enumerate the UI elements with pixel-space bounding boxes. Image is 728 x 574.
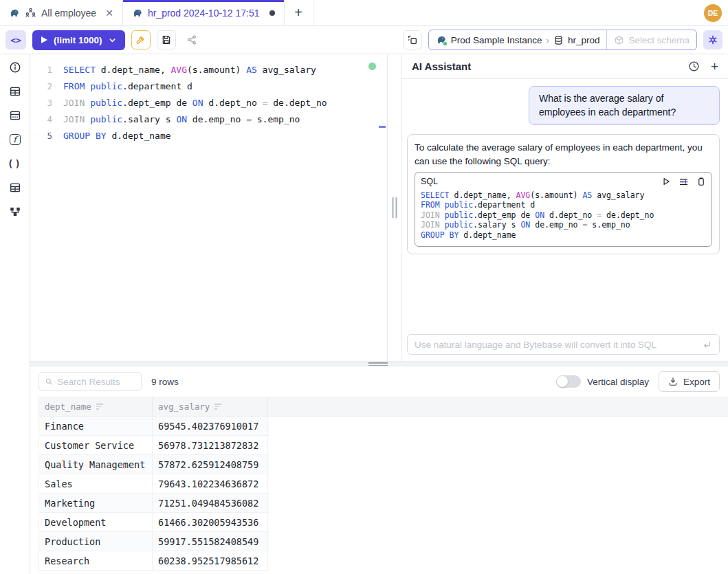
table-cell[interactable]: Customer Service xyxy=(39,436,153,454)
tab-hr-prod[interactable]: hr_prod 2024-10-12 17:51 xyxy=(123,0,285,25)
schema-placeholder: Select schema xyxy=(628,35,690,45)
search-results-box xyxy=(38,372,142,391)
batch-query-button[interactable] xyxy=(403,30,422,49)
ai-sql-block: SQL SELECT d xyxy=(415,172,712,247)
new-tab-button[interactable]: + xyxy=(285,0,313,25)
ai-input-container xyxy=(407,334,720,355)
editor-code-line[interactable]: 5GROUP BY d.dept_name xyxy=(30,128,387,144)
table-row[interactable]: Sales79643.102234636872 xyxy=(38,474,269,494)
results-table-body: Finance69545.402376910017Customer Servic… xyxy=(38,417,728,571)
splitter-handle-icon xyxy=(368,362,388,366)
export-button[interactable]: Export xyxy=(659,371,720,392)
database-icon xyxy=(553,35,564,45)
views-icon[interactable] xyxy=(8,181,22,195)
table-row[interactable]: Quality Management57872.625912408759 xyxy=(38,455,269,474)
results-panel: 9 rows Vertical display Export dept_name… xyxy=(30,366,728,574)
insert-into-editor-icon[interactable] xyxy=(679,177,689,187)
tab-bar: All employee ✕ hr_prod 2024-10-12 17:51 … xyxy=(0,0,728,26)
table-cell[interactable]: Research xyxy=(39,551,153,570)
close-icon[interactable]: ✕ xyxy=(105,8,113,19)
schema-diagram-icon[interactable] xyxy=(8,205,22,219)
run-query-button[interactable]: (limit 1000) xyxy=(32,30,125,50)
chevron-down-icon xyxy=(109,36,116,44)
procedures-icon[interactable]: () xyxy=(8,157,22,170)
table-row[interactable]: Marketing71251.049484536082 xyxy=(38,494,269,513)
download-icon xyxy=(668,377,678,386)
search-results-input[interactable] xyxy=(57,377,135,387)
tables-icon[interactable] xyxy=(8,85,22,98)
table-cell[interactable]: Development xyxy=(39,513,153,531)
table-cell[interactable]: 56978.731213872832 xyxy=(153,436,268,454)
splitter-handle-icon xyxy=(392,197,397,218)
openai-icon xyxy=(707,34,718,45)
line-number: 5 xyxy=(30,128,52,144)
info-icon[interactable] xyxy=(8,60,22,74)
copy-icon[interactable] xyxy=(696,177,706,186)
share-button[interactable] xyxy=(182,30,201,49)
export-label: Export xyxy=(683,377,710,387)
horizontal-splitter[interactable] xyxy=(30,361,728,366)
sort-icon[interactable] xyxy=(214,404,221,410)
vertical-display-toggle[interactable] xyxy=(556,375,581,388)
table-cell[interactable]: 61466.302005943536 xyxy=(153,513,268,531)
table-cell[interactable]: 60238.952517985612 xyxy=(153,551,268,570)
editor-code-line[interactable]: 4JOIN public.salary s ON de.emp_no = s.e… xyxy=(30,111,387,128)
vertical-splitter[interactable] xyxy=(388,54,401,361)
editor-code-line[interactable]: 2FROM public.department d xyxy=(30,78,387,95)
main-area: 1SELECT d.dept_name, AVG(s.amount) AS av… xyxy=(30,54,728,361)
connection-health-dot xyxy=(368,63,376,70)
editor-toolbar: <> (limit 1000) Prod Sample Instance › h… xyxy=(0,26,728,54)
table-row[interactable]: Development61466.302005943536 xyxy=(38,513,269,532)
table-cell[interactable]: 59917.551582408549 xyxy=(153,532,268,551)
ai-prompt-input[interactable] xyxy=(415,340,696,350)
table-cell[interactable]: Finance xyxy=(39,417,153,435)
database-selector[interactable]: Prod Sample Instance › hr_prod xyxy=(429,30,607,49)
avatar[interactable]: DE xyxy=(704,4,722,22)
save-sheet-button[interactable] xyxy=(157,30,176,49)
ai-assistant-button[interactable] xyxy=(703,30,723,49)
table-cell[interactable]: 69545.402376910017 xyxy=(153,417,268,435)
ai-chat-area: What is the average salary of employees … xyxy=(401,79,728,361)
table-cell[interactable]: 79643.102234636872 xyxy=(153,474,268,493)
table-row[interactable]: Finance69545.402376910017 xyxy=(38,417,269,436)
line-number: 3 xyxy=(30,95,52,111)
table-cell[interactable]: Production xyxy=(39,532,153,551)
postgres-icon xyxy=(132,8,143,19)
schema-selector[interactable]: Select schema xyxy=(606,30,696,49)
table-row[interactable]: Research60238.952517985612 xyxy=(38,551,269,571)
editor-code-line[interactable]: 3JOIN public.dept_emp de ON d.dept_no = … xyxy=(30,95,387,111)
table-cell[interactable]: 71251.049484536082 xyxy=(153,494,268,512)
sort-icon[interactable] xyxy=(96,404,103,410)
table-row[interactable]: Customer Service56978.731213872832 xyxy=(38,436,269,455)
line-number: 1 xyxy=(30,62,52,78)
ai-panel-header: AI Assistant + xyxy=(401,54,728,79)
external-tables-icon[interactable] xyxy=(8,109,22,122)
column-header[interactable]: avg_salary xyxy=(153,397,268,416)
tab-label: All employee xyxy=(41,8,96,19)
ai-response-card: To calculate the average salary of emplo… xyxy=(407,134,720,255)
share-icon xyxy=(186,34,197,45)
functions-icon[interactable]: f xyxy=(8,133,22,146)
history-clock-icon[interactable] xyxy=(688,60,700,72)
editor-code-line[interactable]: 1SELECT d.dept_name, AVG(s.amount) AS av… xyxy=(30,62,387,78)
play-icon xyxy=(41,36,47,43)
tab-all-employee[interactable]: All employee ✕ xyxy=(0,0,123,25)
tab-bar-spacer xyxy=(313,0,704,25)
ai-code-lines: SELECT d.dept_name, AVG(s.amount) AS avg… xyxy=(421,190,706,241)
postgres-icon xyxy=(436,34,447,45)
run-snippet-icon[interactable] xyxy=(661,177,671,186)
ai-assistant-panel: AI Assistant + What is the average salar… xyxy=(401,54,728,361)
table-cell[interactable]: Quality Management xyxy=(39,455,153,474)
column-header[interactable]: dept_name xyxy=(39,397,153,416)
sql-editor[interactable]: 1SELECT d.dept_name, AVG(s.amount) AS av… xyxy=(30,54,388,361)
table-cell[interactable]: Marketing xyxy=(39,494,153,512)
admin-wrench-button[interactable] xyxy=(131,30,151,49)
table-cell[interactable]: 57872.625912408759 xyxy=(153,455,268,474)
format-sql-button[interactable]: <> xyxy=(5,30,26,49)
ai-code-line: JOIN public.dept_emp de ON d.dept_no = d… xyxy=(421,210,706,221)
new-chat-icon[interactable]: + xyxy=(711,60,718,73)
table-row[interactable]: Production59917.551582408549 xyxy=(38,532,269,551)
editor-code-lines: 1SELECT d.dept_name, AVG(s.amount) AS av… xyxy=(30,62,387,144)
instance-status-dot xyxy=(443,41,448,46)
table-cell[interactable]: Sales xyxy=(39,474,153,493)
